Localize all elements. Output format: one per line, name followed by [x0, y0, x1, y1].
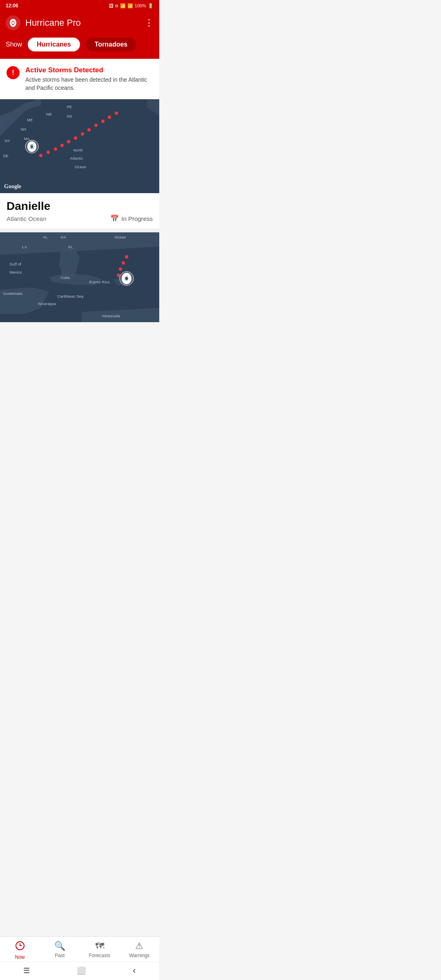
alert-section: ! Active Storms Detected Active storms h…	[0, 59, 159, 99]
map-1[interactable]: NB PE NS ME NH NY MA DE North Atlantic O…	[0, 99, 159, 193]
alert-icon: !	[7, 66, 20, 79]
svg-point-26	[125, 255, 128, 258]
svg-point-7	[47, 151, 50, 154]
storm-status-text: In Progress	[121, 215, 153, 222]
svg-point-31	[125, 277, 129, 281]
menu-button[interactable]: ⋮	[145, 18, 154, 28]
app-bar: Hurricane Pro ⋮	[0, 11, 159, 34]
map-1-hurricane-path	[0, 99, 159, 193]
svg-point-12	[81, 132, 84, 136]
notification-icons: 🖼 ⊖	[109, 3, 118, 9]
svg-point-16	[108, 116, 111, 119]
alert-text-block: Active Storms Detected Active storms hav…	[25, 66, 153, 92]
map-2-hurricane-path	[0, 232, 159, 322]
svg-point-8	[54, 147, 57, 151]
signal-icon: 📶	[127, 3, 133, 9]
storm-status: 📅 In Progress	[110, 214, 153, 223]
nav-spacer	[0, 322, 159, 371]
svg-point-1	[12, 22, 14, 24]
map-2[interactable]: AL GA Ocean LA FL Gulf of Mexico Cuba Pu…	[0, 232, 159, 322]
storm-meta: Atlantic Ocean 📅 In Progress	[7, 214, 153, 223]
wifi-icon: 📶	[120, 3, 126, 9]
alert-description: Active storms have been detected in the …	[25, 76, 153, 92]
status-time: 12:06	[6, 3, 18, 9]
svg-point-27	[122, 261, 125, 265]
filter-row: Show Hurricanes Tornadoes	[0, 34, 159, 59]
svg-point-10	[67, 140, 70, 143]
google-logo-1: Google	[4, 183, 21, 190]
svg-point-14	[94, 124, 98, 127]
svg-point-15	[101, 120, 105, 123]
svg-point-17	[115, 111, 118, 115]
section-divider	[0, 229, 159, 232]
status-icons: 🖼 ⊖ 📶 📶 100% 🔋	[109, 3, 154, 9]
battery-level: 100%	[135, 3, 146, 8]
hurricane-icon-1	[25, 140, 39, 155]
svg-point-9	[60, 144, 64, 147]
storm-card: Danielle Atlantic Ocean 📅 In Progress	[0, 193, 159, 229]
storm-name: Danielle	[7, 200, 153, 213]
app-logo	[6, 16, 20, 30]
calendar-icon: 📅	[110, 214, 119, 223]
show-label: Show	[6, 41, 22, 48]
svg-point-28	[119, 267, 122, 271]
battery-icon: 🔋	[148, 3, 154, 9]
hurricanes-filter-button[interactable]: Hurricanes	[28, 38, 80, 51]
tornadoes-filter-button[interactable]: Tornadoes	[86, 38, 137, 51]
storm-location: Atlantic Ocean	[7, 215, 47, 222]
status-bar: 12:06 🖼 ⊖ 📶 📶 100% 🔋	[0, 0, 159, 11]
hurricane-icon-2	[119, 271, 134, 288]
svg-point-6	[39, 154, 42, 157]
svg-point-13	[87, 128, 91, 131]
app-title: Hurricane Pro	[25, 18, 140, 28]
svg-point-19	[30, 145, 33, 148]
alert-title: Active Storms Detected	[25, 66, 153, 74]
svg-point-11	[74, 136, 77, 140]
